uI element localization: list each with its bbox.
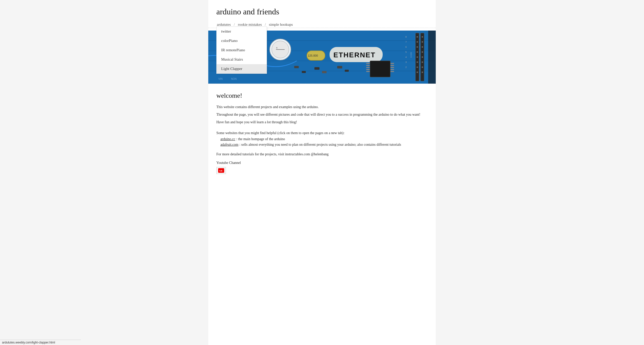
svg-text:3: 3 <box>405 61 407 63</box>
header: arduino and friends ardututes / rookie m… <box>208 0 436 28</box>
youtube-icon: You <box>218 168 224 173</box>
nav-separator-2: / <box>265 22 266 27</box>
instructables-text: For more detailed tutorials for the proj… <box>216 152 428 156</box>
intro-line-2: Throughout the page, you will see differ… <box>216 112 428 118</box>
svg-text:NON: NON <box>231 78 237 80</box>
svg-point-39 <box>417 51 418 53</box>
svg-rect-30 <box>314 67 319 70</box>
nav-bar: ardututes / rookie mistakes / simple hoo… <box>216 19 428 28</box>
svg-text:2: 2 <box>405 66 407 68</box>
svg-point-51 <box>422 71 423 73</box>
svg-text:+: + <box>276 46 278 49</box>
adafruit-link[interactable]: adafruit.com <box>220 143 238 147</box>
svg-point-36 <box>417 36 418 38</box>
svg-rect-23 <box>390 67 394 68</box>
svg-rect-17 <box>366 65 370 66</box>
site-title: arduino and friends <box>216 7 428 16</box>
svg-rect-22 <box>390 65 394 66</box>
svg-point-38 <box>417 46 418 48</box>
svg-point-47 <box>422 51 423 53</box>
nav-separator-1: / <box>234 22 235 27</box>
nav-simple-hookups[interactable]: simple hookups <box>268 21 293 28</box>
svg-rect-31 <box>322 71 327 73</box>
svg-text:8: 8 <box>405 36 407 38</box>
youtube-section: Youtube Channel You <box>216 161 428 174</box>
svg-point-45 <box>422 41 423 43</box>
dropdown-menu: twitter colorPiano IR remotePiano Musica… <box>216 27 267 74</box>
svg-point-40 <box>417 56 418 58</box>
svg-point-50 <box>422 66 423 68</box>
svg-text:5: 5 <box>405 51 407 53</box>
main-content: welcome! This website contains different… <box>208 84 436 184</box>
svg-rect-19 <box>366 69 370 70</box>
youtube-label: Youtube Channel <box>216 161 428 165</box>
dropdown-item-twitter[interactable]: twitter <box>217 27 267 36</box>
dropdown-item-ir-remotepiano[interactable]: IR remotePiano <box>217 45 267 55</box>
svg-rect-62 <box>428 31 436 84</box>
svg-point-46 <box>422 46 423 48</box>
svg-text:SDCS: SDCS <box>410 52 412 58</box>
svg-rect-15 <box>370 61 390 77</box>
svg-rect-20 <box>366 71 370 72</box>
svg-point-41 <box>417 61 418 63</box>
arduino-cc-desc: : the main hompage of the arduino <box>236 137 285 141</box>
status-url: ardututes.weebly.com/light-clapper.html <box>2 341 55 344</box>
svg-rect-28 <box>294 66 299 68</box>
svg-text:7: 7 <box>405 41 407 43</box>
arduino-cc-link[interactable]: arduino.cc <box>220 137 235 141</box>
resource-row-adafruit: adafruit.com : sells almost everything y… <box>216 143 428 147</box>
welcome-title: welcome! <box>216 92 428 100</box>
intro-line-1: This website contains different projects… <box>216 104 428 110</box>
svg-rect-21 <box>390 63 394 64</box>
status-bar: ardututes.weebly.com/light-clapper.html <box>0 340 81 345</box>
svg-rect-29 <box>302 71 306 73</box>
resources-intro: Some websites that you might find helpfu… <box>216 131 428 135</box>
svg-rect-24 <box>390 69 394 70</box>
svg-text:6: 6 <box>405 46 407 48</box>
svg-text:You: You <box>219 170 222 172</box>
dropdown-item-musical-stairs[interactable]: Musical Stairs <box>217 55 267 64</box>
dropdown-item-colorpiano[interactable]: colorPiano <box>217 36 267 45</box>
svg-point-48 <box>422 56 423 58</box>
svg-text:125.000: 125.000 <box>308 54 318 57</box>
resource-row-arduino: arduino.cc : the main hompage of the ard… <box>216 137 428 141</box>
adafruit-desc: : sells almost everything you need to pl… <box>239 143 401 147</box>
svg-point-49 <box>422 61 423 63</box>
svg-point-44 <box>422 36 423 38</box>
youtube-button[interactable]: You <box>216 167 226 174</box>
svg-rect-25 <box>390 71 394 72</box>
dropdown-item-light-clapper[interactable]: Light Clapper <box>217 64 267 73</box>
resources-section: Some websites that you might find helpfu… <box>216 131 428 147</box>
page-wrapper: arduino and friends ardututes / rookie m… <box>208 0 436 345</box>
svg-rect-33 <box>345 70 349 72</box>
svg-point-43 <box>417 71 418 73</box>
svg-text:4: 4 <box>405 56 407 58</box>
svg-rect-32 <box>337 66 342 68</box>
svg-point-42 <box>417 66 418 68</box>
svg-rect-18 <box>366 67 370 68</box>
svg-text:VIN: VIN <box>218 78 223 80</box>
svg-text:ETHERNET: ETHERNET <box>333 51 376 59</box>
svg-rect-16 <box>366 63 370 64</box>
intro-line-3: Have fun and hope you will learn a lot t… <box>216 119 428 125</box>
svg-point-37 <box>417 41 418 43</box>
